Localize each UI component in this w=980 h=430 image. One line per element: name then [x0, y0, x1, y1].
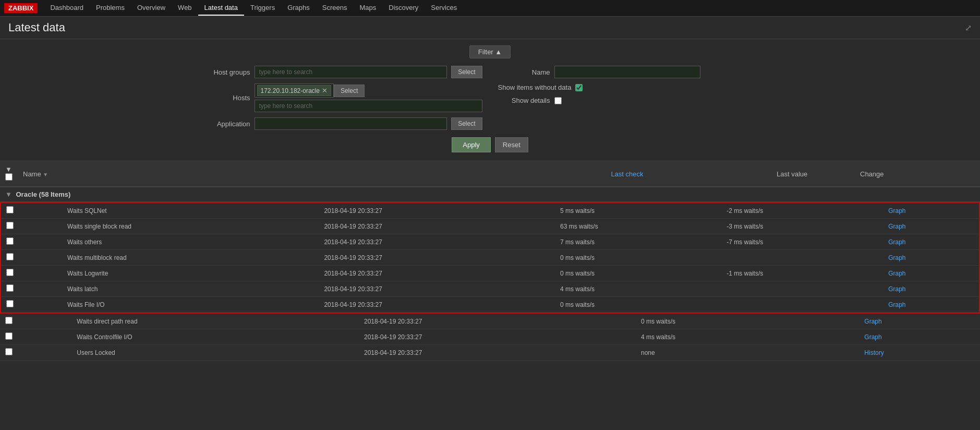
expand-arrow-icon[interactable]: ▼ [5, 165, 12, 173]
apply-button[interactable]: Apply [452, 137, 491, 152]
show-details-checkbox[interactable] [554, 97, 562, 104]
row-checkbox[interactable] [6, 269, 14, 276]
graph-link[interactable]: Graph [888, 285, 905, 293]
graph-link[interactable]: Graph [888, 254, 905, 261]
row-checkbox[interactable] [5, 332, 13, 340]
nav-latest-data[interactable]: Latest data [198, 1, 244, 16]
row-graph-cell: Graph [883, 219, 979, 234]
table-row: Waits File I/O 2018-04-19 20:33:27 0 ms … [1, 297, 979, 313]
nav-maps[interactable]: Maps [353, 1, 382, 16]
nav-services[interactable]: Services [425, 1, 463, 16]
data-table-container: ▼ Name ▼ Last check Last value Change ▼ … [0, 161, 980, 361]
row-checkbox[interactable] [6, 284, 14, 292]
graph-link[interactable]: Graph [888, 301, 905, 308]
row-graph-cell: History [859, 345, 980, 361]
row-name-cell: Waits Logwrite [62, 266, 319, 281]
logo: ZABBIX [4, 3, 38, 13]
reset-button[interactable]: Reset [495, 137, 528, 152]
page-header: Latest data ⤢ [0, 17, 980, 39]
history-link[interactable]: History [864, 349, 884, 356]
row-name-cell: Waits SQLNet [62, 203, 319, 219]
row-last-check-cell: 2018-04-19 20:33:27 [319, 250, 555, 266]
show-without-data-label: Show items without data [498, 83, 572, 91]
row-checkbox[interactable] [6, 237, 14, 245]
col-header-last-value: Last value [771, 161, 855, 187]
host-groups-select-button[interactable]: Select [451, 66, 482, 78]
table-row: Waits others 2018-04-19 20:33:27 7 ms wa… [1, 234, 979, 250]
host-groups-input[interactable] [255, 66, 447, 78]
row-checkbox[interactable] [6, 253, 14, 260]
row-last-value-cell: 63 ms waits/s [555, 219, 721, 234]
row-last-value-cell: 0 ms waits/s [636, 314, 817, 329]
nav-web[interactable]: Web [172, 1, 198, 16]
data-table: ▼ Name ▼ Last check Last value Change ▼ … [0, 161, 980, 202]
application-input[interactable] [255, 117, 447, 130]
row-graph-cell: Graph [883, 281, 979, 297]
row-name-cell: Users Locked [71, 345, 359, 361]
nav-discovery[interactable]: Discovery [382, 1, 425, 16]
group-row-cell: ▼ Oracle (58 Items) [0, 187, 980, 202]
table-body: ▼ Oracle (58 Items) [0, 187, 980, 202]
graph-link[interactable]: Graph [888, 207, 905, 214]
host-tag-row: 172.20.10.182-oracle ✕ Select [255, 83, 482, 98]
row-check-cell [1, 203, 62, 219]
row-graph-cell: Graph [883, 203, 979, 219]
non-highlighted-body: Waits direct path read 2018-04-19 20:33:… [0, 314, 980, 361]
group-expand-icon[interactable]: ▼ [5, 190, 12, 198]
host-tag-remove[interactable]: ✕ [322, 87, 328, 94]
expand-icon[interactable]: ⤢ [965, 23, 972, 33]
row-graph-cell: Graph [883, 234, 979, 250]
application-select-button[interactable]: Select [451, 117, 482, 130]
show-without-data-checkbox[interactable] [575, 84, 583, 91]
graph-link[interactable]: Graph [888, 238, 905, 246]
row-name-cell: Waits multiblock read [62, 250, 319, 266]
row-name-cell: Waits File I/O [62, 297, 319, 313]
row-last-check-cell: 2018-04-19 20:33:27 [359, 345, 636, 361]
row-change-cell [721, 281, 883, 297]
nav-triggers[interactable]: Triggers [244, 1, 281, 16]
group-label: Oracle (58 Items) [16, 190, 71, 198]
row-checkbox[interactable] [6, 206, 14, 213]
graph-link[interactable]: Graph [888, 270, 905, 277]
row-checkbox[interactable] [5, 348, 13, 355]
nav-dashboard[interactable]: Dashboard [44, 1, 90, 16]
row-change-cell [721, 250, 883, 266]
row-last-value-cell: 0 ms waits/s [555, 297, 721, 313]
row-graph-cell: Graph [883, 297, 979, 313]
row-graph-cell: Graph [883, 250, 979, 266]
hosts-row: Hosts 172.20.10.182-oracle ✕ Select [198, 83, 482, 112]
row-name-cell: Waits others [62, 234, 319, 250]
row-last-check-cell: 2018-04-19 20:33:27 [359, 314, 636, 329]
row-last-value-cell: none [636, 345, 817, 361]
row-last-check-cell: 2018-04-19 20:33:27 [319, 281, 555, 297]
filter-toggle-button[interactable]: Filter ▲ [469, 45, 511, 58]
show-details-row: Show details [498, 97, 782, 104]
hosts-select-button[interactable]: Select [334, 85, 365, 97]
col-header-name[interactable]: Name ▼ [18, 161, 606, 187]
table-row: Waits latch 2018-04-19 20:33:27 4 ms wai… [1, 281, 979, 297]
name-input[interactable] [554, 66, 700, 78]
row-name-cell: Waits single block read [62, 219, 319, 234]
row-change-cell: -3 ms waits/s [721, 219, 883, 234]
nav-problems[interactable]: Problems [90, 1, 131, 16]
row-name-cell: Waits direct path read [71, 314, 359, 329]
nav-graphs[interactable]: Graphs [281, 1, 316, 16]
row-checkbox[interactable] [5, 317, 13, 324]
row-last-check-cell: 2018-04-19 20:33:27 [319, 266, 555, 281]
row-checkbox[interactable] [6, 300, 14, 307]
table-row: Waits direct path read 2018-04-19 20:33:… [0, 314, 980, 329]
row-change-cell: -1 ms waits/s [721, 266, 883, 281]
graph-link[interactable]: Graph [864, 333, 881, 341]
graph-link[interactable]: Graph [888, 223, 905, 230]
row-last-check-cell: 2018-04-19 20:33:27 [319, 234, 555, 250]
select-all-checkbox[interactable] [5, 173, 13, 181]
nav-screens[interactable]: Screens [316, 1, 354, 16]
col-header-last-check[interactable]: Last check [606, 161, 771, 187]
row-checkbox[interactable] [6, 222, 14, 229]
graph-link[interactable]: Graph [864, 318, 881, 325]
filter-section: Filter ▲ Host groups Select Hosts 172.20… [0, 39, 980, 161]
nav-overview[interactable]: Overview [131, 1, 172, 16]
highlighted-data-table: Waits SQLNet 2018-04-19 20:33:27 5 ms wa… [1, 203, 979, 313]
row-change-cell [721, 297, 883, 313]
hosts-search-input[interactable] [255, 100, 482, 112]
